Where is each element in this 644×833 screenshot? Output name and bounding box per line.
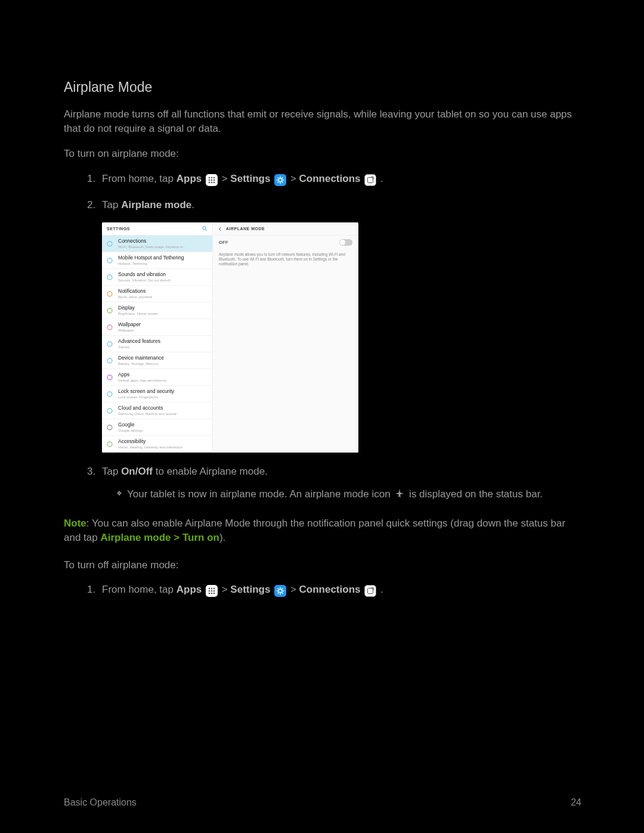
row-title: Device maintenance <box>118 355 208 361</box>
svg-point-31 <box>107 408 112 413</box>
airplane-icon <box>394 488 405 503</box>
row-icon <box>106 373 114 382</box>
svg-point-8 <box>213 181 215 183</box>
connections-icon <box>364 585 376 597</box>
screenshot-row: GoogleGoogle settings <box>102 419 212 436</box>
step-3-post: to enable Airplane mode. <box>153 466 268 477</box>
svg-point-34 <box>209 588 210 590</box>
svg-point-23 <box>107 275 112 280</box>
screenshot-row: Device maintenanceBattery, Storage, Memo… <box>102 352 212 369</box>
svg-line-17 <box>278 181 279 182</box>
screenshot-row: Cloud and accountsSamsung Cloud, Backup … <box>102 402 212 419</box>
row-icon <box>106 256 114 265</box>
row-title: Google <box>118 422 208 428</box>
svg-line-20 <box>206 230 208 231</box>
row-icon <box>106 323 114 332</box>
row-subtitle: Vision, Hearing, Dexterity and interacti… <box>118 445 208 450</box>
svg-point-24 <box>107 292 112 296</box>
step-1-prefix: From home, tap <box>102 173 177 184</box>
step-2-pre: Tap <box>102 199 121 210</box>
svg-point-6 <box>209 181 210 183</box>
svg-point-26 <box>107 325 112 330</box>
svg-line-16 <box>282 177 283 178</box>
row-icon <box>106 407 114 415</box>
row-icon <box>106 340 114 348</box>
note-paragraph: Note: You can also enable Airplane Mode … <box>64 516 581 545</box>
note-end: ). <box>219 532 225 543</box>
off-connections-label: Connections <box>299 584 361 595</box>
back-icon <box>218 227 222 231</box>
row-icon <box>106 423 114 432</box>
row-subtitle: Default apps, App permissions <box>118 379 208 383</box>
search-icon <box>202 226 208 231</box>
svg-line-15 <box>282 181 283 182</box>
svg-point-41 <box>211 593 213 594</box>
row-icon <box>106 440 114 448</box>
screenshot-row: Mobile Hotspot and TetheringHotspot, Tet… <box>102 252 212 269</box>
step-2-bold: Airplane mode <box>121 199 191 210</box>
row-subtitle: Games <box>118 345 208 349</box>
svg-point-1 <box>211 176 213 178</box>
footer-page-number: 24 <box>571 796 581 809</box>
sep-2: > <box>290 173 299 184</box>
step-1: From home, tap Apps > Settings > Connect… <box>98 172 581 186</box>
row-subtitle: Block, allow, prioritize <box>118 295 208 299</box>
screenshot-airplane-title: AIRPLANE MODE <box>226 226 265 232</box>
row-title: Wallpaper <box>118 322 208 327</box>
svg-point-30 <box>107 392 112 397</box>
svg-line-49 <box>282 593 283 594</box>
to-turn-off-label: To turn off airplane mode: <box>64 558 581 572</box>
svg-point-39 <box>213 590 215 592</box>
step-2-period: . <box>191 199 194 210</box>
row-subtitle: Battery, Storage, Memory <box>118 362 208 366</box>
svg-line-50 <box>282 589 283 590</box>
settings-label: Settings <box>230 173 270 184</box>
row-subtitle: Samsung Cloud, Backup and restore <box>118 412 208 416</box>
note-label: Note <box>64 518 86 529</box>
sep-1: > <box>222 173 231 184</box>
svg-line-51 <box>278 593 279 594</box>
row-title: Apps <box>118 372 208 377</box>
svg-point-2 <box>213 176 215 178</box>
settings-screenshot: SETTINGS ConnectionsWi-Fi, Bluetooth, Da… <box>102 222 358 453</box>
row-title: Display <box>118 305 208 311</box>
row-title: Mobile Hotspot and Tethering <box>118 255 208 261</box>
svg-point-19 <box>203 227 206 230</box>
row-subtitle: Google settings <box>118 429 208 433</box>
row-subtitle: Sounds, Vibration, Do not disturb <box>118 278 208 283</box>
screenshot-description: Airplane mode allows you to turn off net… <box>213 250 358 270</box>
intro-paragraph: Airplane mode turns off all functions th… <box>64 107 581 136</box>
screenshot-row: ConnectionsWi-Fi, Bluetooth, Data usage,… <box>102 236 212 252</box>
step-2: Tap Airplane mode. SETTINGS ConnectionsW… <box>98 198 581 453</box>
to-turn-on-label: To turn on airplane mode: <box>64 147 581 161</box>
screenshot-sidebar: SETTINGS ConnectionsWi-Fi, Bluetooth, Da… <box>102 222 212 453</box>
svg-point-7 <box>211 181 213 183</box>
svg-line-48 <box>278 589 279 590</box>
off-step-1-prefix: From home, tap <box>102 584 177 595</box>
screenshot-row: Lock screen and securityLock screen, Fin… <box>102 386 212 402</box>
svg-point-32 <box>107 425 112 430</box>
svg-point-28 <box>107 358 112 363</box>
diamond-bullet-icon: ❖ <box>116 489 122 498</box>
connections-icon <box>364 174 376 186</box>
svg-point-40 <box>209 593 210 594</box>
screenshot-detail-pane: AIRPLANE MODE OFF Airplane mode allows y… <box>212 222 358 453</box>
svg-line-14 <box>278 177 279 178</box>
sub-bullet-post: is displayed on the status bar. <box>409 488 543 500</box>
screenshot-detail-header: AIRPLANE MODE <box>213 222 358 236</box>
svg-point-36 <box>213 588 215 590</box>
row-icon <box>106 290 114 298</box>
row-subtitle: Lock screen, Fingerprints <box>118 395 208 400</box>
row-icon <box>106 240 114 248</box>
screenshot-off-label: OFF <box>219 239 228 246</box>
settings-icon <box>274 585 286 597</box>
screenshot-sidebar-header: SETTINGS <box>102 222 212 236</box>
off-step-1: From home, tap Apps > Settings > Connect… <box>98 583 581 597</box>
row-title: Accessibility <box>118 439 208 444</box>
svg-point-3 <box>209 179 210 181</box>
step-1-period: . <box>380 173 383 184</box>
row-title: Advanced features <box>118 339 208 344</box>
footer-section: Basic Operations <box>64 796 137 809</box>
connections-label: Connections <box>299 173 361 184</box>
step-3-pre: Tap <box>102 466 121 477</box>
